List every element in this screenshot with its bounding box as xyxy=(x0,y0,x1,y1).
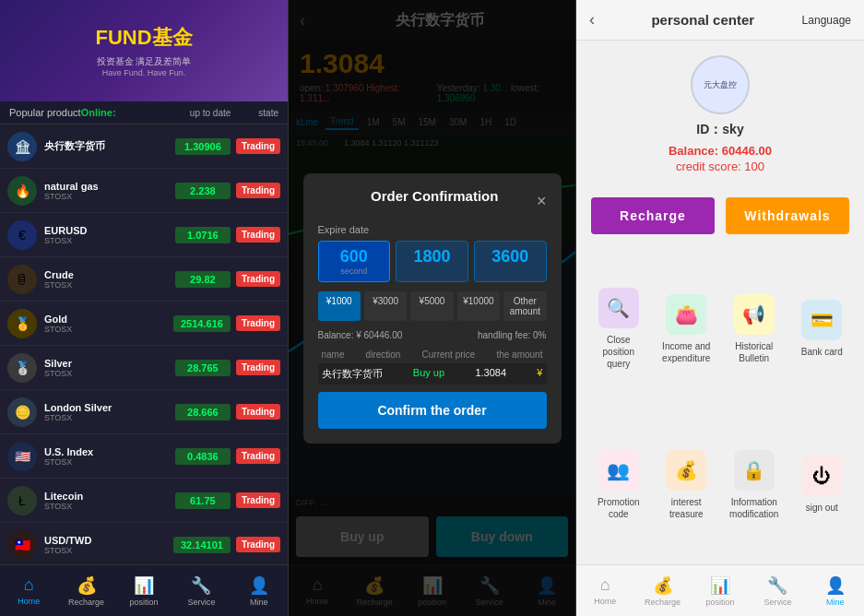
amount-option[interactable]: ¥5000 xyxy=(410,291,453,321)
nav-label: Service xyxy=(187,598,215,607)
product-price: 61.75 xyxy=(175,492,231,509)
product-sub: STOSX xyxy=(44,413,175,422)
menu-label: Close positionquery xyxy=(591,334,646,370)
time-val: 1800 xyxy=(400,247,464,267)
modal-title: Order Confirmation xyxy=(371,188,498,204)
product-icon: 🇹🇼 xyxy=(7,530,37,560)
product-item[interactable]: Ł Litecoin STOSX 61.75 Trading xyxy=(0,479,288,523)
nav-item-recharge[interactable]: 💰Recharge xyxy=(57,565,114,616)
product-info: London Silver STOSX xyxy=(44,402,175,422)
language-button[interactable]: Language xyxy=(802,14,851,27)
menu-item-close-position-query[interactable]: 🔍Close positionquery xyxy=(587,251,650,408)
menu-label: Historical Bulletin xyxy=(727,340,782,364)
nav-label: Home xyxy=(18,597,40,606)
product-item[interactable]: 🇺🇸 U.S. Index STOSX 0.4836 Trading xyxy=(0,434,288,479)
menu-label: Bank card xyxy=(801,346,843,358)
trading-button[interactable]: Trading xyxy=(236,360,280,375)
nav-item-service[interactable]: 🔧Service xyxy=(172,565,230,616)
recharge-button[interactable]: Recharge xyxy=(591,197,715,234)
right-back-btn[interactable]: ‹ xyxy=(589,10,595,30)
nav-item-mine[interactable]: 👤Mine xyxy=(231,565,288,616)
product-info: Litecoin STOSX xyxy=(44,491,175,511)
product-icon: 🪙 xyxy=(7,397,37,427)
confirm-order-button[interactable]: Confirm the order xyxy=(318,392,547,429)
product-info: U.S. Index STOSX xyxy=(44,446,175,467)
menu-label: sign out xyxy=(806,502,838,514)
product-list: 🏦 央行数字货币 1.30906 Trading 🔥 natural gas S… xyxy=(0,124,288,564)
time-option[interactable]: 1800 xyxy=(396,241,468,282)
menu-icon: 🔒 xyxy=(734,450,775,491)
user-id: ID：sky xyxy=(696,122,743,138)
menu-item-sign-out[interactable]: ⏻sign out xyxy=(791,413,854,558)
order-price: 1.3084 xyxy=(475,367,506,381)
fund-banner: FUND基金 投资基金 满足及差简单 Have Fund. Have Fun. xyxy=(0,0,288,101)
popular-header: Popular product Online: up to date state xyxy=(0,101,288,124)
popular-label: Popular product xyxy=(9,107,81,118)
order-amount: ¥ xyxy=(537,367,542,381)
menu-icon: 👥 xyxy=(598,450,639,491)
product-item[interactable]: 🇹🇼 USD/TWD STOSX 32.14101 Trading xyxy=(0,523,288,564)
amount-option[interactable]: ¥10000 xyxy=(457,291,500,321)
trading-button[interactable]: Trading xyxy=(236,183,280,198)
nav-icon: 💰 xyxy=(77,575,97,596)
trading-button[interactable]: Trading xyxy=(236,138,280,154)
right-nav-item-home[interactable]: ⌂Home xyxy=(576,565,633,616)
amount-option[interactable]: ¥3000 xyxy=(364,291,407,321)
menu-item-interest-treasure[interactable]: 💰interest treasure xyxy=(656,413,718,558)
trading-button[interactable]: Trading xyxy=(236,404,280,420)
time-option[interactable]: 3600 xyxy=(474,241,547,282)
menu-item-bank-card[interactable]: 💳Bank card xyxy=(791,251,854,408)
credit-score: 100 xyxy=(744,160,764,173)
trading-button[interactable]: Trading xyxy=(236,271,280,287)
trading-button[interactable]: Trading xyxy=(236,315,280,331)
product-name: U.S. Index xyxy=(44,446,175,457)
menu-item-historical-bulletin[interactable]: 📢Historical Bulletin xyxy=(723,251,786,408)
product-item[interactable]: 🔥 natural gas STOSX 2.238 Trading xyxy=(0,169,288,213)
right-nav-item-position[interactable]: 📊position xyxy=(692,565,749,616)
trading-button[interactable]: Trading xyxy=(236,227,280,243)
withdrawal-button[interactable]: Withdrawals xyxy=(726,197,849,234)
modal-box: Order Confirmation × Expire date 600seco… xyxy=(303,173,562,444)
col-dir-header: direction xyxy=(366,349,401,360)
menu-icon: 💰 xyxy=(666,450,706,491)
online-label: Online: xyxy=(81,107,116,118)
product-item[interactable]: 🥇 Gold STOSX 2514.616 Trading xyxy=(0,302,288,346)
nav-item-home[interactable]: ⌂Home xyxy=(0,565,57,616)
product-name: USD/TWD xyxy=(44,535,173,546)
avatar-label: 元大盘控 xyxy=(704,79,737,91)
time-option[interactable]: 600second xyxy=(318,241,391,282)
col-state: state xyxy=(258,108,278,118)
right-nav-label: Mine xyxy=(826,598,845,607)
amount-option[interactable]: ¥1000 xyxy=(318,291,361,321)
menu-item-income-and-expenditu[interactable]: 👛Income andexpenditure xyxy=(656,251,718,408)
col-amt-header: the amount xyxy=(496,349,542,360)
balance-val: ¥ 60446.00 xyxy=(356,330,402,340)
product-item[interactable]: € EURUSD STOSX 1.0716 Trading xyxy=(0,213,288,257)
nav-item-position[interactable]: 📊position xyxy=(115,565,172,616)
modal-close-btn[interactable]: × xyxy=(537,192,547,211)
credit-text-label: credit score: xyxy=(676,160,741,173)
menu-item-information-modifica[interactable]: 🔒Information modification xyxy=(723,413,786,558)
product-item[interactable]: 🪙 London Silver STOSX 28.666 Trading xyxy=(0,390,288,434)
right-nav-item-recharge[interactable]: 💰Recharge xyxy=(633,565,691,616)
product-item[interactable]: 🛢 Crude STOSX 29.82 Trading xyxy=(0,257,288,302)
product-price: 2.238 xyxy=(175,183,231,199)
expire-label: Expire date xyxy=(318,224,547,235)
nav-icon: 🔧 xyxy=(191,575,211,596)
right-nav-item-mine[interactable]: 👤Mine xyxy=(807,565,864,616)
product-price: 29.82 xyxy=(175,271,231,288)
product-item[interactable]: 🥈 Silver STOSX 28.765 Trading xyxy=(0,346,288,390)
product-item[interactable]: 🏦 央行数字货币 1.30906 Trading xyxy=(0,124,288,169)
menu-item-promotion-code[interactable]: 👥Promotion code xyxy=(587,413,650,558)
menu-icon: ⏻ xyxy=(801,456,842,496)
col-name-header: name xyxy=(322,349,345,360)
product-icon: Ł xyxy=(7,486,37,515)
order-table-row: 央行数字货币 Buy up 1.3084 ¥ xyxy=(318,363,547,385)
trading-button[interactable]: Trading xyxy=(236,448,280,464)
product-sub: STOSX xyxy=(44,502,175,511)
trading-button[interactable]: Trading xyxy=(236,537,280,552)
trading-button[interactable]: Trading xyxy=(236,492,280,508)
amount-option[interactable]: Other amount xyxy=(503,291,546,321)
balance-label: Balance: xyxy=(318,330,354,340)
right-nav-item-service[interactable]: 🔧Service xyxy=(749,565,806,616)
